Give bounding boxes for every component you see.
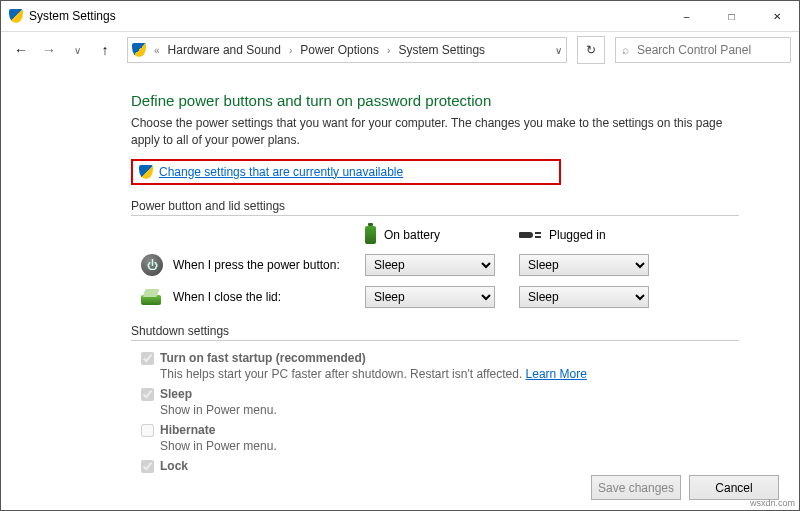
- footer-buttons: Save changes Cancel: [591, 475, 779, 500]
- titlebar: System Settings – □ ✕: [1, 1, 799, 32]
- window-title: System Settings: [29, 9, 116, 23]
- cancel-button[interactable]: Cancel: [689, 475, 779, 500]
- group-label-power-lid: Power button and lid settings: [131, 199, 739, 213]
- sleep-label: Sleep: [160, 387, 192, 401]
- power-button-battery-select[interactable]: Sleep: [365, 254, 495, 276]
- column-header-battery-label: On battery: [384, 228, 440, 242]
- save-changes-button: Save changes: [591, 475, 681, 500]
- fast-startup-desc-text: This helps start your PC faster after sh…: [160, 367, 526, 381]
- fast-startup-desc: This helps start your PC faster after sh…: [160, 367, 739, 381]
- group-label-shutdown: Shutdown settings: [131, 324, 739, 338]
- row-power-button: ⏻ When I press the power button:: [141, 254, 341, 276]
- minimize-button[interactable]: –: [664, 1, 709, 31]
- power-button-icon: ⏻: [141, 254, 163, 276]
- content-pane: Define power buttons and turn on passwor…: [1, 68, 799, 510]
- battery-icon: [365, 226, 376, 244]
- search-input[interactable]: [635, 42, 784, 58]
- page-heading: Define power buttons and turn on passwor…: [131, 92, 739, 109]
- lid-battery-select[interactable]: Sleep: [365, 286, 495, 308]
- refresh-button[interactable]: ↻: [577, 36, 605, 64]
- change-unavailable-settings-link[interactable]: Change settings that are currently unava…: [159, 165, 403, 179]
- power-button-lid-group: Power button and lid settings On battery…: [131, 199, 739, 308]
- window-controls: – □ ✕: [664, 1, 799, 31]
- power-button-plugged-select[interactable]: Sleep: [519, 254, 649, 276]
- chevron-left-icon: «: [150, 45, 164, 56]
- fast-startup-checkbox: [141, 352, 154, 365]
- fast-startup-label: Turn on fast startup (recommended): [160, 351, 366, 365]
- chevron-right-icon: ›: [285, 45, 296, 56]
- sleep-checkbox: [141, 388, 154, 401]
- row-power-button-label: When I press the power button:: [173, 258, 340, 272]
- forward-button: →: [37, 38, 61, 62]
- breadcrumb-power-options[interactable]: Power Options: [300, 43, 379, 57]
- close-button[interactable]: ✕: [754, 1, 799, 31]
- row-close-lid: When I close the lid:: [141, 289, 341, 305]
- change-settings-highlight: Change settings that are currently unava…: [131, 159, 561, 185]
- learn-more-link[interactable]: Learn More: [526, 367, 587, 381]
- maximize-button[interactable]: □: [709, 1, 754, 31]
- window: System Settings – □ ✕ ← → ∨ ↑ « Hardware…: [0, 0, 800, 511]
- app-icon: [9, 9, 23, 23]
- hibernate-checkbox: [141, 424, 154, 437]
- row-close-lid-label: When I close the lid:: [173, 290, 281, 304]
- address-bar[interactable]: « Hardware and Sound › Power Options › S…: [127, 37, 567, 63]
- up-button[interactable]: ↑: [93, 38, 117, 62]
- search-icon: ⌕: [622, 43, 629, 57]
- breadcrumb-system-settings[interactable]: System Settings: [398, 43, 485, 57]
- page-subtext: Choose the power settings that you want …: [131, 115, 739, 149]
- recent-locations-button[interactable]: ∨: [65, 38, 89, 62]
- hibernate-desc: Show in Power menu.: [160, 439, 739, 453]
- lid-plugged-select[interactable]: Sleep: [519, 286, 649, 308]
- lock-label: Lock: [160, 459, 188, 473]
- navbar: ← → ∨ ↑ « Hardware and Sound › Power Opt…: [1, 32, 799, 68]
- lid-icon: [141, 289, 163, 305]
- search-box[interactable]: ⌕: [615, 37, 791, 63]
- hibernate-label: Hibernate: [160, 423, 215, 437]
- breadcrumb-hardware-sound[interactable]: Hardware and Sound: [168, 43, 281, 57]
- chevron-right-icon: ›: [383, 45, 394, 56]
- divider: [131, 340, 739, 341]
- shutdown-settings-group: Shutdown settings Turn on fast startup (…: [131, 324, 739, 473]
- lock-checkbox: [141, 460, 154, 473]
- uac-shield-icon: [139, 165, 153, 179]
- chevron-down-icon[interactable]: ∨: [555, 45, 562, 56]
- plug-icon: [519, 228, 541, 242]
- divider: [131, 215, 739, 216]
- sleep-desc: Show in Power menu.: [160, 403, 739, 417]
- control-panel-icon: [132, 43, 146, 57]
- attribution: wsxdn.com: [750, 498, 795, 508]
- back-button[interactable]: ←: [9, 38, 33, 62]
- column-header-battery: On battery: [365, 226, 495, 244]
- column-header-plugged-label: Plugged in: [549, 228, 606, 242]
- column-header-plugged: Plugged in: [519, 228, 649, 242]
